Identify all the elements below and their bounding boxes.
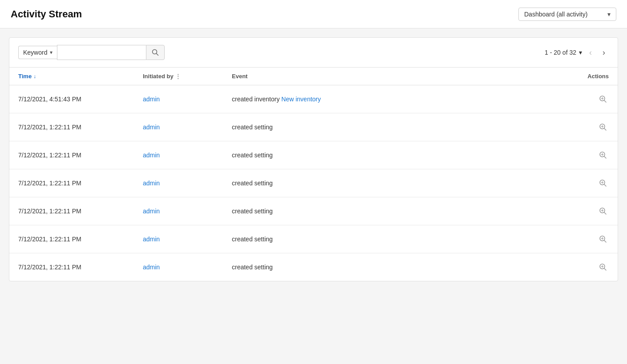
cell-time: 7/12/2021, 1:22:11 PM [18,208,143,215]
magnify-icon [599,95,607,103]
filter-icon: ⋮ [175,73,181,80]
event-text: created setting [232,124,273,131]
table-row: 7/12/2021, 1:22:11 PM admin created sett… [9,253,618,281]
magnify-icon [599,263,607,271]
table-header: Time ↓ Initiated by ⋮ Event Actions [9,68,618,85]
event-text: created setting [232,152,273,159]
cell-actions [573,149,609,161]
page-title: Activity Stream [11,8,82,20]
cell-time: 7/12/2021, 1:22:11 PM [18,124,143,131]
dashboard-dropdown[interactable]: Dashboard (all activity) ▾ [518,8,616,21]
col-header-time[interactable]: Time ↓ [18,73,143,80]
magnify-icon [599,207,607,215]
pagination-of: of 32 [562,49,576,56]
col-header-actions: Actions [573,73,609,80]
search-area: Keyword ▾ [18,45,165,60]
svg-line-7 [604,128,607,131]
search-icon [152,49,159,56]
col-event-label: Event [232,73,247,80]
col-initiated-label: Initiated by [143,73,174,80]
cell-actions [573,177,609,189]
cell-time: 7/12/2021, 1:22:11 PM [18,180,143,187]
cell-user[interactable]: admin [143,96,232,103]
table-row: 7/12/2021, 1:22:11 PM admin created sett… [9,113,618,141]
table-row: 7/12/2021, 4:51:43 PM admin created inve… [9,85,618,113]
table-row: 7/12/2021, 1:22:11 PM admin created sett… [9,169,618,197]
cell-event: created setting [232,208,573,215]
chevron-down-icon: ▾ [607,11,611,18]
keyword-dropdown[interactable]: Keyword ▾ [18,46,57,59]
svg-line-11 [604,156,607,159]
table-body: 7/12/2021, 4:51:43 PM admin created inve… [9,85,618,281]
cell-actions [573,205,609,217]
cell-user[interactable]: admin [143,264,232,271]
search-button[interactable] [146,45,165,60]
cell-event: created inventory New inventory [232,96,573,103]
table-row: 7/12/2021, 1:22:11 PM admin created sett… [9,225,618,253]
cell-actions [573,233,609,245]
cell-user[interactable]: admin [143,208,232,215]
view-detail-button[interactable] [597,93,609,105]
table-row: 7/12/2021, 1:22:11 PM admin created sett… [9,197,618,225]
cell-event: created setting [232,152,573,159]
event-text: created inventory [232,96,281,103]
svg-line-3 [604,100,607,103]
cell-event: created setting [232,124,573,131]
event-text: created setting [232,208,273,215]
view-detail-button[interactable] [597,233,609,245]
cell-event: created setting [232,264,573,271]
cell-user[interactable]: admin [143,236,232,243]
view-detail-button[interactable] [597,149,609,161]
cell-time: 7/12/2021, 1:22:11 PM [18,152,143,159]
cell-actions [573,121,609,133]
view-detail-button[interactable] [597,205,609,217]
cell-event: created setting [232,180,573,187]
svg-line-27 [604,268,607,271]
cell-user[interactable]: admin [143,152,232,159]
main-content: Keyword ▾ 1 - 20 of 32 ▾ ‹ › Time [9,37,618,281]
col-actions-label: Actions [587,73,609,80]
keyword-label: Keyword [23,49,47,56]
table-row: 7/12/2021, 1:22:11 PM admin created sett… [9,141,618,169]
cell-user[interactable]: admin [143,180,232,187]
svg-line-19 [604,212,607,215]
magnify-icon [599,123,607,131]
page-header: Activity Stream Dashboard (all activity)… [0,0,627,28]
cell-time: 7/12/2021, 1:22:11 PM [18,236,143,243]
view-detail-button[interactable] [597,121,609,133]
event-link[interactable]: New inventory [281,96,321,103]
search-input[interactable] [57,45,146,60]
col-header-event: Event [232,73,573,80]
keyword-chevron-icon: ▾ [50,49,53,56]
col-time-label: Time [18,73,32,80]
sort-desc-icon: ↓ [33,73,36,80]
toolbar: Keyword ▾ 1 - 20 of 32 ▾ ‹ › [9,38,618,68]
view-detail-button[interactable] [597,261,609,273]
magnify-icon [599,179,607,187]
event-text: created setting [232,264,273,271]
svg-line-15 [604,184,607,187]
next-page-button[interactable]: › [599,46,609,59]
event-text: created setting [232,236,273,243]
magnify-icon [599,151,607,159]
cell-actions [573,93,609,105]
view-detail-button[interactable] [597,177,609,189]
magnify-icon [599,235,607,243]
cell-actions [573,261,609,273]
col-header-initiated-by[interactable]: Initiated by ⋮ [143,73,232,80]
cell-time: 7/12/2021, 1:22:11 PM [18,264,143,271]
pagination-area: 1 - 20 of 32 ▾ ‹ › [545,46,609,59]
cell-time: 7/12/2021, 4:51:43 PM [18,96,143,103]
dashboard-dropdown-label: Dashboard (all activity) [524,11,587,18]
event-text: created setting [232,180,273,187]
cell-user[interactable]: admin [143,124,232,131]
pagination-dropdown-icon[interactable]: ▾ [579,49,582,56]
svg-line-1 [157,54,158,56]
prev-page-button[interactable]: ‹ [586,46,595,59]
svg-line-23 [604,240,607,243]
pagination-info: 1 - 20 of 32 ▾ [545,49,582,56]
pagination-range: 1 - 20 [545,49,561,56]
cell-event: created setting [232,236,573,243]
